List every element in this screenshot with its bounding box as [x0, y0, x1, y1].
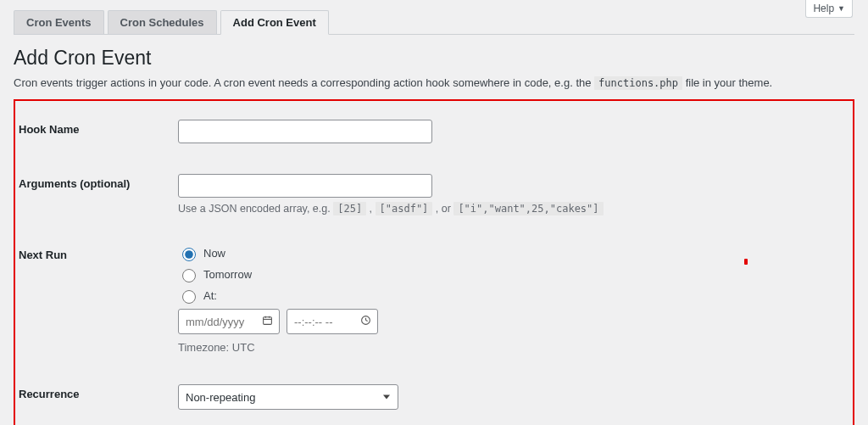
desc-code: functions.php	[594, 76, 682, 90]
radio-now[interactable]	[182, 248, 196, 261]
arguments-label: Arguments (optional)	[19, 174, 178, 190]
radio-at[interactable]	[182, 290, 196, 304]
radio-tomorrow-line[interactable]: Tomorrow	[178, 266, 849, 282]
tab-add-cron-event[interactable]: Add Cron Event	[220, 10, 329, 35]
arguments-input[interactable]	[178, 174, 432, 198]
tab-cron-events[interactable]: Cron Events	[14, 10, 104, 34]
hint-code: [25]	[333, 202, 366, 215]
recurrence-select-wrap: Non-repeating	[178, 384, 398, 410]
radio-at-label: At:	[203, 289, 217, 302]
radio-now-label: Now	[203, 247, 225, 260]
red-marker	[744, 259, 748, 265]
hint-sep: , or	[436, 203, 454, 215]
time-input[interactable]	[287, 309, 378, 334]
tabs: Cron Events Cron Schedules Add Cron Even…	[14, 0, 854, 35]
help-label: Help	[813, 3, 834, 14]
caret-down-icon: ▼	[837, 4, 845, 13]
page-title: Add Cron Event	[14, 47, 854, 70]
timezone-text: Timezone: UTC	[178, 341, 849, 354]
hint-sep: ,	[370, 203, 376, 215]
radio-now-line[interactable]: Now	[178, 245, 849, 261]
hook-name-label: Hook Name	[19, 120, 178, 136]
next-run-label: Next Run	[19, 245, 178, 261]
form-highlight-box: Hook Name Arguments (optional) Use a JSO…	[14, 99, 854, 425]
radio-tomorrow[interactable]	[182, 269, 196, 282]
hint-text: Use a JSON encoded array, e.g.	[178, 203, 333, 215]
desc-text-suffix: file in your theme.	[686, 76, 773, 89]
recurrence-select[interactable]: Non-repeating	[178, 384, 398, 410]
row-arguments: Arguments (optional) Use a JSON encoded …	[19, 167, 849, 221]
radio-tomorrow-label: Tomorrow	[203, 268, 252, 281]
row-recurrence: Recurrence Non-repeating	[19, 377, 849, 417]
help-dropdown[interactable]: Help ▼	[805, 0, 853, 18]
hint-code: ["i","want",25,"cakes"]	[453, 202, 603, 215]
recurrence-label: Recurrence	[19, 384, 178, 400]
hook-name-input[interactable]	[178, 120, 432, 143]
hint-code: ["asdf"]	[376, 202, 433, 215]
date-input[interactable]	[178, 309, 280, 334]
content: Add Cron Event Cron events trigger actio…	[0, 47, 868, 425]
row-hook-name: Hook Name	[19, 113, 849, 150]
radio-at-line[interactable]: At:	[178, 288, 849, 304]
arguments-hint: Use a JSON encoded array, e.g. [25] , ["…	[178, 203, 849, 215]
tab-cron-schedules[interactable]: Cron Schedules	[108, 10, 217, 34]
row-next-run: Next Run Now Tomorrow At:	[19, 238, 849, 361]
desc-text: Cron events trigger actions in your code…	[14, 76, 594, 89]
date-time-row	[178, 309, 849, 334]
page-description: Cron events trigger actions in your code…	[14, 76, 854, 89]
